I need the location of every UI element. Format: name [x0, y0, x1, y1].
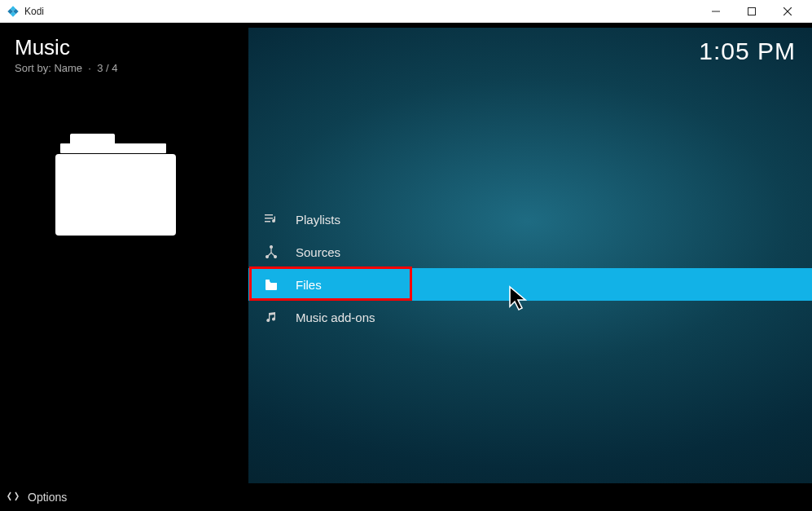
- svg-rect-5: [60, 143, 166, 153]
- main-menu: Playlists Sources: [248, 203, 812, 333]
- svg-rect-8: [265, 218, 273, 219]
- page-header: Music Sort by: Name · 3 / 4: [0, 28, 248, 77]
- menu-item-label: Sources: [296, 245, 340, 259]
- sort-label: Sort by: Name: [15, 62, 82, 74]
- menu-item-playlists[interactable]: Playlists: [248, 203, 812, 236]
- folder-large-icon: [55, 126, 178, 240]
- svg-rect-6: [55, 154, 176, 236]
- titlebar-left: Kodi: [7, 5, 698, 18]
- page-title: Music: [15, 36, 234, 59]
- menu-item-label: Music add-ons: [296, 311, 375, 324]
- menu-item-music-addons[interactable]: Music add-ons: [248, 301, 812, 333]
- bottom-bar: Options: [0, 483, 812, 511]
- options-icon[interactable]: [7, 490, 20, 505]
- menu-item-sources[interactable]: Sources: [248, 236, 812, 268]
- svg-rect-16: [266, 280, 270, 282]
- svg-rect-7: [265, 214, 273, 216]
- window-title: Kodi: [24, 6, 44, 17]
- app-area: Music Sort by: Name · 3 / 4 1:05 PM: [0, 28, 812, 511]
- svg-point-15: [274, 256, 277, 258]
- playlist-icon: [263, 213, 279, 226]
- window-titlebar: Kodi: [0, 0, 812, 23]
- svg-point-14: [266, 256, 269, 258]
- svg-rect-1: [748, 7, 756, 15]
- clock: 1:05 PM: [699, 37, 796, 65]
- close-button[interactable]: [770, 0, 805, 23]
- maximize-button[interactable]: [734, 0, 770, 23]
- sidebar: Music Sort by: Name · 3 / 4: [0, 28, 248, 511]
- window-controls: [698, 0, 805, 23]
- minimize-button[interactable]: [698, 0, 734, 23]
- folder-icon: [263, 279, 279, 290]
- kodi-logo-icon: [7, 5, 20, 18]
- music-icon: [263, 311, 279, 324]
- list-position: 3 / 4: [97, 62, 117, 74]
- content-area: 1:05 PM Playlists: [248, 28, 812, 511]
- menu-item-files[interactable]: Files: [248, 268, 812, 301]
- menu-item-label: Playlists: [296, 213, 340, 227]
- sources-icon: [263, 245, 279, 258]
- svg-point-13: [270, 246, 273, 249]
- options-label[interactable]: Options: [28, 491, 67, 504]
- page-subtitle: Sort by: Name · 3 / 4: [15, 62, 234, 74]
- svg-rect-9: [265, 221, 270, 222]
- menu-item-label: Files: [296, 278, 322, 292]
